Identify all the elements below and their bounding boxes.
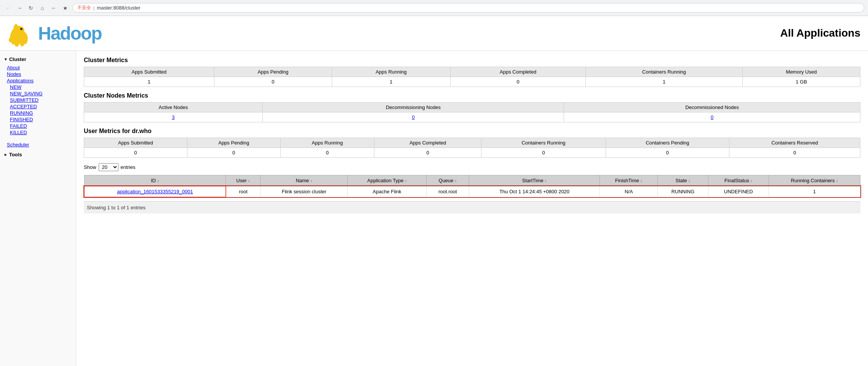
app-id-cell: application_1601533355219_0001 <box>84 186 226 197</box>
val-user-apps-running: 0 <box>280 148 374 158</box>
app-finish-time-cell: N/A <box>600 186 658 197</box>
sidebar-item-submitted[interactable]: SUBMITTED <box>4 97 72 103</box>
col-name[interactable]: Name ↕ <box>261 175 348 186</box>
tools-arrow-icon: ► <box>4 152 8 157</box>
col-finish-time[interactable]: FinishTime ↕ <box>600 175 658 186</box>
sidebar-item-failed[interactable]: FAILED <box>4 123 72 129</box>
sidebar-item-running[interactable]: RUNNING <box>4 110 72 116</box>
cluster-arrow-icon: ▼ <box>4 57 8 61</box>
app-type-cell: Apache Flink <box>348 186 427 197</box>
app-user-cell: root <box>226 186 261 197</box>
hadoop-elephant-icon <box>8 20 38 47</box>
user-metrics-row: 0 0 0 0 0 0 0 <box>84 148 860 158</box>
cluster-nodes-row: 3 0 0 <box>84 112 860 122</box>
val-memory-used: 1 GB <box>743 77 860 87</box>
col-user-apps-completed: Apps Completed <box>374 138 481 148</box>
col-apps-running: Apps Running <box>332 67 450 77</box>
url-separator: | <box>93 5 94 11</box>
table-row: application_1601533355219_0001 root Flin… <box>84 186 860 197</box>
cluster-nodes-metrics-title: Cluster Nodes Metrics <box>84 92 860 99</box>
url-text: master:8088/cluster <box>97 5 140 11</box>
queue-sort-icon: ↕ <box>455 179 457 183</box>
user-sort-icon: ↕ <box>248 179 250 183</box>
sidebar-item-killed[interactable]: KILLED <box>4 129 72 136</box>
page-title: All Applications <box>780 27 860 39</box>
show-entries-control: Show 10 20 50 100 entries <box>84 163 860 171</box>
sidebar-tools-title[interactable]: ► Tools <box>4 152 72 157</box>
val-decommissioning-nodes[interactable]: 0 <box>262 112 564 122</box>
svg-point-6 <box>20 39 24 47</box>
col-id[interactable]: ID ↕ <box>84 175 226 186</box>
main-layout: ▼ Cluster About Nodes Applications NEW N… <box>0 51 868 366</box>
back-button-2[interactable]: ← <box>50 4 58 12</box>
val-user-containers-running: 0 <box>481 148 606 158</box>
reload-button[interactable]: ↻ <box>27 4 35 12</box>
sidebar-item-accepted[interactable]: ACCEPTED <box>4 103 72 110</box>
hadoop-logo: Hadoop <box>8 20 102 47</box>
val-user-containers-reserved: 0 <box>729 148 860 158</box>
sidebar-item-scheduler[interactable]: Scheduler <box>4 141 72 148</box>
forward-button[interactable]: → <box>15 4 24 12</box>
main-content: Cluster Metrics Apps Submitted Apps Pend… <box>76 51 868 366</box>
col-final-status[interactable]: FinalStatus ↕ <box>708 175 769 186</box>
finishtime-sort-icon: ↕ <box>641 179 643 183</box>
svg-point-8 <box>9 38 13 42</box>
id-sort-icon: ↕ <box>157 179 159 183</box>
sidebar-cluster-section: ▼ Cluster About Nodes Applications NEW N… <box>4 56 72 148</box>
sidebar-item-applications[interactable]: Applications <box>4 77 72 84</box>
page-wrapper: Hadoop All Applications ▼ Cluster About … <box>0 16 868 366</box>
val-user-containers-pending: 0 <box>606 148 729 158</box>
user-metrics-title: User Metrics for dr.who <box>84 128 860 135</box>
col-user[interactable]: User ↕ <box>226 175 261 186</box>
col-active-nodes: Active Nodes <box>84 103 263 112</box>
val-user-apps-completed: 0 <box>374 148 481 158</box>
col-app-type[interactable]: Application Type ↕ <box>348 175 427 186</box>
entries-select[interactable]: 10 20 50 100 <box>99 163 118 171</box>
sidebar: ▼ Cluster About Nodes Applications NEW N… <box>0 51 76 366</box>
name-sort-icon: ↕ <box>310 179 312 183</box>
browser-chrome: ← → ↻ ⌂ ← ★ 不安全 | master:8088/cluster <box>0 0 868 16</box>
val-active-nodes[interactable]: 3 <box>84 112 263 122</box>
sidebar-item-new-saving[interactable]: NEW_SAVING <box>4 90 72 97</box>
address-bar[interactable]: 不安全 | master:8088/cluster <box>72 3 864 13</box>
col-containers-running: Containers Running <box>586 67 743 77</box>
home-button[interactable]: ⌂ <box>38 4 46 12</box>
sidebar-item-about[interactable]: About <box>4 64 72 71</box>
svg-point-3 <box>20 28 22 30</box>
sidebar-tools-label: Tools <box>9 152 22 157</box>
sidebar-cluster-title[interactable]: ▼ Cluster <box>4 56 72 62</box>
col-start-time[interactable]: StartTime ↕ <box>469 175 600 186</box>
star-button[interactable]: ★ <box>61 4 69 12</box>
cluster-metrics-row: 1 0 1 0 1 1 GB <box>84 77 860 87</box>
col-user-apps-submitted: Apps Submitted <box>84 138 187 148</box>
col-running-containers[interactable]: Running Containers ↕ <box>769 175 860 186</box>
val-decommissioned-nodes[interactable]: 0 <box>564 112 860 122</box>
apptype-sort-icon: ↕ <box>405 179 407 183</box>
val-apps-completed: 0 <box>451 77 586 87</box>
sidebar-item-finished[interactable]: FINISHED <box>4 116 72 123</box>
val-user-apps-pending: 0 <box>187 148 280 158</box>
col-user-apps-running: Apps Running <box>280 138 374 148</box>
applications-table: ID ↕ User ↕ Name ↕ Application Type ↕ Qu… <box>84 175 860 197</box>
sidebar-item-new[interactable]: NEW <box>4 84 72 90</box>
page-header: Hadoop All Applications <box>0 16 868 51</box>
sidebar-item-nodes[interactable]: Nodes <box>4 71 72 77</box>
app-start-time-cell: Thu Oct 1 14:24:45 +0800 2020 <box>469 186 600 197</box>
containers-sort-icon: ↕ <box>836 179 838 183</box>
app-state-cell: RUNNING <box>658 186 708 197</box>
cluster-metrics-table: Apps Submitted Apps Pending Apps Running… <box>84 67 860 87</box>
col-state[interactable]: State ↕ <box>658 175 708 186</box>
col-apps-submitted: Apps Submitted <box>84 67 214 77</box>
cluster-metrics-title: Cluster Metrics <box>84 57 860 64</box>
finalstatus-sort-icon: ↕ <box>751 179 753 183</box>
col-user-containers-pending: Containers Pending <box>606 138 729 148</box>
sidebar-tools-section: ► Tools <box>4 152 72 157</box>
app-id-link[interactable]: application_1601533355219_0001 <box>117 189 193 194</box>
col-queue[interactable]: Queue ↕ <box>426 175 469 186</box>
back-button[interactable]: ← <box>4 4 12 12</box>
col-user-containers-reserved: Containers Reserved <box>729 138 860 148</box>
hadoop-text: Hadoop <box>38 23 102 44</box>
user-metrics-table: Apps Submitted Apps Pending Apps Running… <box>84 138 860 158</box>
val-user-apps-submitted: 0 <box>84 148 187 158</box>
app-queue-cell: root.root <box>426 186 469 197</box>
